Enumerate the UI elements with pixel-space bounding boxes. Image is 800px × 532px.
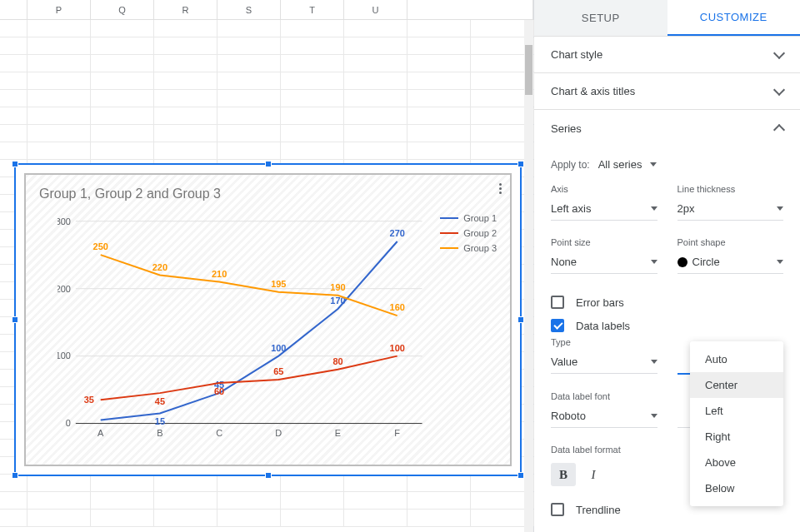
point-size-field: Point size None: [551, 237, 658, 274]
axis-field: Axis Left axis: [551, 184, 658, 221]
column-header[interactable]: Q: [91, 0, 154, 19]
dropdown-icon: [777, 260, 783, 264]
column-header[interactable]: R: [154, 0, 218, 19]
field-label: Line thickness: [678, 184, 784, 194]
svg-text:100: 100: [58, 351, 71, 361]
select-value: Roboto: [551, 410, 586, 422]
svg-text:220: 220: [152, 262, 168, 272]
svg-text:195: 195: [271, 279, 286, 289]
type-select[interactable]: Value: [551, 352, 658, 374]
svg-text:15: 15: [155, 416, 165, 426]
select-value: Left axis: [551, 202, 591, 215]
section-label: Series: [551, 122, 582, 135]
apply-to-label: Apply to:: [551, 159, 590, 171]
line-thickness-select[interactable]: 2px: [678, 199, 784, 221]
dropdown-icon: [651, 206, 658, 211]
chart-more-menu-icon[interactable]: [496, 180, 505, 197]
chart-title[interactable]: Group 1, Group 2 and Group 3: [39, 186, 221, 201]
svg-text:60: 60: [214, 386, 224, 396]
apply-to-value: All series: [598, 158, 642, 171]
column-header[interactable]: P: [28, 0, 91, 19]
spreadsheet-area[interactable]: PQRSTU Group 1, Group 2 and Group 3 Grou…: [0, 0, 533, 532]
checkbox-checked-icon: [551, 319, 564, 332]
data-label-font-field: Data label font Roboto: [551, 391, 658, 428]
italic-button[interactable]: I: [581, 463, 606, 486]
dropdown-icon: [651, 360, 658, 364]
section-series[interactable]: Series: [534, 110, 800, 147]
column-header[interactable]: U: [344, 0, 408, 19]
dropdown-item[interactable]: Auto: [690, 346, 783, 372]
resize-handle[interactable]: [518, 316, 524, 323]
svg-text:A: A: [98, 428, 104, 438]
field-label: Data label font: [551, 391, 658, 401]
svg-text:160: 160: [390, 302, 405, 312]
dropdown-icon: [650, 162, 657, 167]
svg-text:B: B: [157, 428, 162, 438]
series-body: Apply to: All series Axis Left axis Line…: [534, 147, 800, 532]
svg-text:210: 210: [212, 269, 227, 279]
column-header[interactable]: S: [218, 0, 281, 19]
dropdown-item[interactable]: Center: [690, 372, 783, 398]
line-thickness-field: Line thickness 2px: [678, 184, 784, 221]
vertical-scrollbar[interactable]: [524, 20, 533, 532]
checkbox-label: Data labels: [576, 320, 630, 332]
column-header[interactable]: T: [281, 0, 344, 19]
panel-tabs: SETUP CUSTOMIZE: [534, 0, 800, 37]
axis-select[interactable]: Left axis: [551, 199, 658, 221]
svg-text:65: 65: [273, 366, 283, 376]
resize-handle[interactable]: [518, 161, 524, 167]
point-shape-field: Point shape Circle: [678, 237, 784, 274]
data-label-font-select[interactable]: Roboto: [551, 406, 658, 428]
chevron-down-icon: [773, 47, 785, 58]
checkbox-label: Trendline: [576, 504, 621, 516]
dropdown-item[interactable]: Left: [690, 398, 783, 424]
svg-text:190: 190: [330, 282, 345, 292]
point-shape-select[interactable]: Circle: [678, 252, 784, 274]
svg-text:300: 300: [58, 216, 71, 226]
resize-handle[interactable]: [12, 161, 18, 167]
tab-customize[interactable]: CUSTOMIZE: [668, 0, 801, 36]
svg-text:D: D: [275, 428, 282, 438]
bold-button[interactable]: B: [551, 463, 576, 486]
position-dropdown-menu[interactable]: AutoCenterLeftRightAboveBelow: [690, 341, 783, 506]
dropdown-icon: [777, 206, 783, 211]
apply-to-row[interactable]: Apply to: All series: [551, 152, 783, 184]
dropdown-item[interactable]: Above: [690, 450, 783, 475]
svg-text:45: 45: [155, 396, 165, 406]
field-label: Point shape: [678, 237, 784, 247]
field-label: Axis: [551, 184, 658, 194]
tab-setup[interactable]: SETUP: [534, 0, 668, 36]
svg-text:80: 80: [332, 356, 342, 366]
chevron-up-icon: [773, 124, 785, 136]
data-labels-checkbox[interactable]: Data labels: [551, 314, 783, 337]
resize-handle[interactable]: [12, 472, 18, 479]
dropdown-item[interactable]: Below: [690, 475, 783, 501]
scrollbar-thumb[interactable]: [525, 45, 532, 95]
select-value: None: [551, 256, 577, 268]
resize-handle[interactable]: [265, 472, 272, 479]
svg-text:0: 0: [66, 419, 71, 429]
section-chart-style[interactable]: Chart style: [534, 37, 800, 73]
resize-handle[interactable]: [12, 316, 18, 323]
error-bars-checkbox[interactable]: Error bars: [551, 291, 783, 314]
field-label: Point size: [551, 237, 658, 247]
checkbox-label: Error bars: [576, 296, 624, 309]
section-chart-axis-titles[interactable]: Chart & axis titles: [534, 73, 800, 110]
circle-icon: [678, 257, 688, 267]
svg-text:100: 100: [271, 343, 286, 353]
dropdown-item[interactable]: Right: [690, 424, 783, 450]
section-label: Chart & axis titles: [551, 85, 635, 97]
select-value: Value: [551, 355, 578, 368]
embedded-chart[interactable]: Group 1, Group 2 and Group 3 Group 1Grou…: [14, 163, 522, 476]
svg-text:250: 250: [93, 241, 108, 251]
checkbox-icon: [551, 296, 564, 309]
svg-text:200: 200: [58, 284, 71, 294]
chart-canvas[interactable]: Group 1, Group 2 and Group 3 Group 1Grou…: [24, 173, 512, 466]
resize-handle[interactable]: [518, 472, 524, 479]
resize-handle[interactable]: [265, 161, 272, 167]
point-size-select[interactable]: None: [551, 252, 658, 274]
dropdown-icon: [651, 414, 658, 418]
svg-text:C: C: [216, 428, 222, 438]
svg-text:35: 35: [84, 395, 94, 405]
checkbox-icon: [551, 503, 564, 516]
